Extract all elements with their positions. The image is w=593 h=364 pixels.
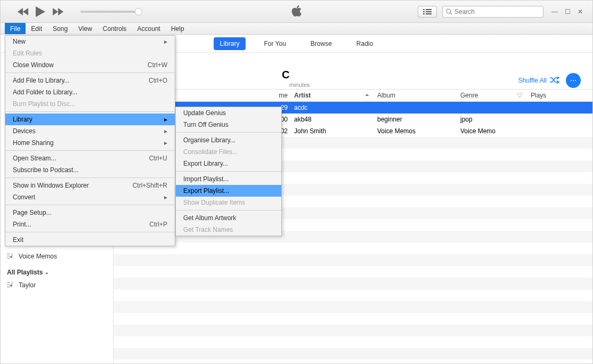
menu-item-label: Close Window: [13, 61, 54, 69]
menu-separator: [176, 210, 281, 211]
menu-item-label: Consolidate Files...: [183, 148, 238, 156]
window-controls: — ☐ ✕: [549, 8, 586, 15]
file-menu-item-convert[interactable]: Convert▸: [5, 191, 175, 203]
menu-item-label: Open Stream...: [13, 155, 56, 162]
maximize-button[interactable]: ☐: [564, 8, 571, 15]
col-album[interactable]: Album: [374, 92, 457, 99]
menu-separator: [5, 150, 175, 151]
playback-controls: [1, 6, 139, 17]
menu-item-shortcut: Ctrl+O: [149, 77, 167, 84]
menu-item-label: Update Genius: [183, 109, 226, 117]
menu-separator: [5, 177, 175, 178]
col-genre[interactable]: Genre: [457, 92, 511, 99]
cell-genre: jpop: [457, 116, 511, 123]
menu-separator: [176, 171, 281, 172]
col-plays[interactable]: Plays: [527, 92, 592, 99]
minimize-button[interactable]: —: [551, 8, 558, 15]
volume-slider[interactable]: [80, 11, 139, 13]
file-menu-item-close-window[interactable]: Close WindowCtrl+W: [5, 59, 175, 71]
menu-song[interactable]: Song: [47, 23, 73, 34]
col-heart[interactable]: ♡: [511, 92, 527, 99]
page-title: C: [282, 69, 289, 81]
table-row-empty: [113, 301, 592, 313]
chevron-right-icon: ▸: [164, 38, 167, 45]
file-menu-item-home-sharing[interactable]: Home Sharing▸: [5, 137, 175, 149]
svg-line-1: [450, 13, 452, 14]
menu-item-label: Library: [13, 116, 33, 123]
menu-view[interactable]: View: [73, 23, 98, 34]
library-submenu-item-organise-library[interactable]: Organise Library...: [176, 134, 281, 146]
menu-item-label: Get Track Names: [183, 226, 233, 233]
table-row-empty: [113, 242, 592, 254]
library-submenu-item-turn-off-genius[interactable]: Turn Off Genius: [176, 119, 281, 131]
table-row-empty: [113, 313, 592, 325]
menu-separator: [5, 205, 175, 205]
playlist-icon: [7, 253, 14, 260]
search-icon: [446, 9, 452, 15]
menu-item-label: Export Library...: [183, 160, 228, 167]
tab-radio[interactable]: Radio: [350, 37, 379, 50]
sidebar-header-all-playlists[interactable]: All Playlists ⌄: [7, 266, 113, 279]
previous-button[interactable]: [18, 8, 28, 15]
library-submenu: Update GeniusTurn Off GeniusOrganise Lib…: [175, 107, 282, 236]
file-menu-item-new[interactable]: New▸: [5, 36, 175, 47]
library-submenu-item-update-genius[interactable]: Update Genius: [176, 107, 281, 119]
file-menu-item-add-file-to-library[interactable]: Add File to Library...Ctrl+O: [5, 75, 175, 86]
menu-help[interactable]: Help: [166, 23, 190, 34]
search-box[interactable]: [442, 6, 543, 18]
close-button[interactable]: ✕: [576, 8, 584, 15]
next-button[interactable]: [53, 8, 63, 15]
table-row-empty: [113, 254, 592, 266]
svg-point-0: [446, 9, 451, 13]
menu-account[interactable]: Account: [132, 23, 166, 34]
menu-file[interactable]: File: [5, 23, 26, 34]
file-menu-item-page-setup[interactable]: Page Setup...: [5, 207, 175, 219]
menu-edit[interactable]: Edit: [26, 23, 47, 34]
library-submenu-item-export-playlist[interactable]: Export Playlist...: [176, 185, 281, 197]
page-subtitle: minutes: [289, 82, 310, 88]
tab-browse[interactable]: Browse: [304, 37, 338, 50]
menu-separator: [5, 111, 175, 112]
menu-controls[interactable]: Controls: [98, 23, 132, 34]
table-row-empty: [113, 278, 592, 289]
file-menu-item-devices[interactable]: Devices▸: [5, 125, 175, 137]
file-menu-item-library[interactable]: Library▸: [5, 114, 175, 125]
menu-item-label: Print...: [13, 221, 31, 228]
menu-item-shortcut: Ctrl+Shift+R: [133, 182, 167, 189]
playlist-icon: [7, 282, 14, 288]
library-submenu-item-import-playlist[interactable]: Import Playlist...: [176, 173, 281, 185]
library-submenu-item-export-library[interactable]: Export Library...: [176, 158, 281, 169]
menu-item-label: Burn Playlist to Disc...: [13, 100, 75, 108]
list-view-button[interactable]: [418, 6, 437, 18]
library-submenu-item-get-album-artwork[interactable]: Get Album Artwork: [176, 212, 281, 224]
col-artist[interactable]: Artist⌃: [291, 92, 374, 99]
play-button[interactable]: [36, 6, 45, 17]
cell-artist: acdc: [291, 104, 374, 111]
chevron-right-icon: ▸: [164, 116, 167, 123]
file-menu-item-print[interactable]: Print...Ctrl+P: [5, 219, 175, 230]
file-menu-item-add-folder-to-library[interactable]: Add Folder to Library...: [5, 86, 175, 98]
table-row-empty: [113, 266, 592, 278]
menu-item-label: New: [13, 38, 26, 45]
sidebar-item-voice-memos[interactable]: Voice Memos: [7, 250, 113, 263]
menu-bar: File Edit Song View Controls Account Hel…: [1, 23, 592, 35]
tab-library[interactable]: Library: [214, 37, 246, 50]
menu-item-label: Get Album Artwork: [183, 214, 236, 222]
file-menu-item-exit[interactable]: Exit: [5, 234, 175, 246]
file-menu-item-show-in-windows-explorer[interactable]: Show in Windows ExplorerCtrl+Shift+R: [5, 180, 175, 191]
sort-caret-icon: ⌃: [364, 93, 370, 101]
menu-item-shortcut: Ctrl+P: [149, 221, 167, 228]
sidebar-item-label: Taylor: [19, 281, 36, 289]
more-button[interactable]: ⋯: [566, 73, 581, 88]
search-input[interactable]: [454, 8, 540, 15]
file-menu-item-subscribe-to-podcast[interactable]: Subscribe to Podcast...: [5, 164, 175, 176]
cell-album: beginner: [374, 116, 457, 123]
tab-for-you[interactable]: For You: [257, 37, 292, 50]
file-menu-item-burn-playlist-to-disc: Burn Playlist to Disc...: [5, 98, 175, 110]
library-submenu-item-show-duplicate-items: Show Duplicate Items: [176, 197, 281, 208]
file-menu-item-open-stream[interactable]: Open Stream...Ctrl+U: [5, 152, 175, 164]
shuffle-all-button[interactable]: Shuffle All: [518, 77, 559, 84]
sidebar-item-taylor[interactable]: Taylor: [7, 279, 113, 292]
sidebar-item-label: Voice Memos: [19, 253, 57, 260]
file-menu: New▸Edit RulesClose WindowCtrl+WAdd File…: [5, 35, 175, 246]
